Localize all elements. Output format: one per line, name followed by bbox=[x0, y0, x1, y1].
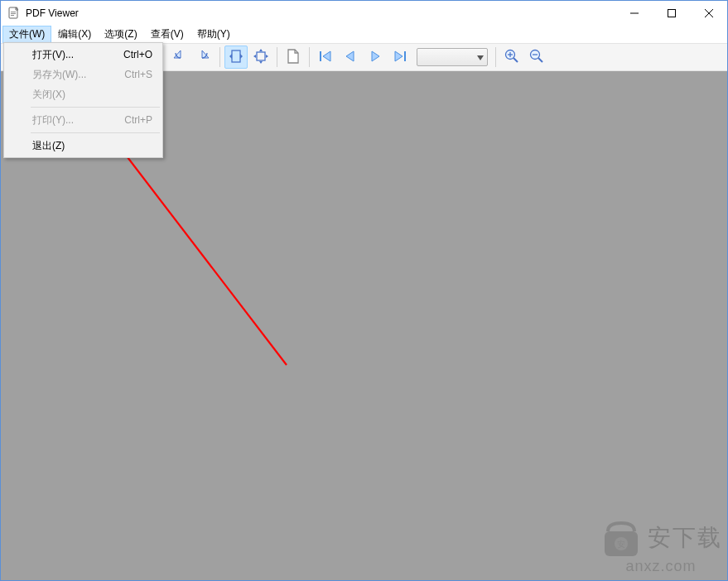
menu-open[interactable]: 打开(V)... Ctrl+O bbox=[6, 45, 161, 65]
titlebar: PDF Viewer bbox=[1, 1, 727, 26]
zoom-in-icon bbox=[504, 48, 520, 67]
next-page-button[interactable] bbox=[364, 46, 387, 69]
rotate-left-icon bbox=[171, 48, 187, 67]
svg-rect-2 bbox=[11, 13, 16, 14]
svg-rect-10 bbox=[320, 51, 321, 61]
window-controls bbox=[615, 1, 727, 26]
svg-text:安: 安 bbox=[617, 540, 625, 549]
menu-print[interactable]: 打印(Y)... Ctrl+P bbox=[6, 110, 161, 130]
menu-help[interactable]: 帮助(Y) bbox=[190, 26, 237, 43]
watermark-text-cn: 安下载 bbox=[648, 522, 722, 554]
svg-point-20 bbox=[615, 537, 628, 550]
single-page-button[interactable] bbox=[282, 46, 305, 69]
rotate-left-button[interactable] bbox=[167, 46, 190, 69]
bag-icon: 安 bbox=[600, 516, 643, 559]
first-page-button[interactable] bbox=[314, 46, 337, 69]
fit-page-icon bbox=[253, 48, 269, 67]
fit-width-icon bbox=[228, 48, 244, 67]
prev-page-button[interactable] bbox=[339, 46, 362, 69]
menu-option[interactable]: 选项(Z) bbox=[98, 26, 143, 43]
menu-file[interactable]: 文件(W) bbox=[2, 26, 51, 43]
page-number-combo[interactable] bbox=[417, 48, 488, 66]
file-menu-dropdown: 打开(V)... Ctrl+O 另存为(W)... Ctrl+S 关闭(X) 打… bbox=[3, 42, 163, 158]
menu-exit[interactable]: 退出(Z) bbox=[6, 136, 161, 156]
svg-rect-11 bbox=[404, 51, 406, 61]
last-page-button[interactable] bbox=[388, 46, 412, 69]
zoom-in-button[interactable] bbox=[500, 46, 523, 69]
menu-saveas[interactable]: 另存为(W)... Ctrl+S bbox=[6, 65, 161, 84]
zoom-out-icon bbox=[528, 48, 545, 67]
menu-edit[interactable]: 编辑(X) bbox=[51, 26, 98, 43]
menu-saveas-label: 另存为(W)... bbox=[32, 68, 86, 82]
menu-print-label: 打印(Y)... bbox=[32, 113, 74, 127]
minimize-button[interactable] bbox=[615, 1, 653, 25]
page-icon bbox=[286, 48, 301, 67]
menubar: 文件(W) 编辑(X) 选项(Z) 查看(V) 帮助(Y) bbox=[1, 26, 727, 43]
rotate-right-button[interactable] bbox=[192, 46, 215, 69]
next-page-icon bbox=[367, 48, 383, 67]
menu-separator bbox=[31, 107, 160, 108]
chevron-down-icon bbox=[477, 51, 484, 63]
fit-page-button[interactable] bbox=[249, 46, 272, 69]
app-icon bbox=[7, 7, 21, 20]
menu-open-label: 打开(V)... bbox=[32, 48, 74, 62]
last-page-icon bbox=[392, 48, 408, 67]
menu-close-doc[interactable]: 关闭(X) bbox=[6, 84, 161, 104]
svg-rect-19 bbox=[605, 531, 638, 556]
svg-rect-1 bbox=[11, 12, 16, 12]
menu-saveas-shortcut: Ctrl+S bbox=[124, 69, 152, 80]
svg-line-17 bbox=[538, 58, 542, 62]
menu-exit-label: 退出(Z) bbox=[32, 139, 65, 153]
menu-close-label: 关闭(X) bbox=[32, 88, 65, 102]
prev-page-icon bbox=[342, 48, 359, 67]
svg-rect-8 bbox=[232, 50, 240, 62]
window-title: PDF Viewer bbox=[26, 7, 79, 19]
fit-width-button[interactable] bbox=[224, 46, 248, 69]
svg-rect-3 bbox=[11, 15, 14, 16]
zoom-out-button[interactable] bbox=[525, 46, 548, 69]
watermark: 安 安下载 anxz.com bbox=[600, 516, 722, 575]
maximize-button[interactable] bbox=[653, 1, 690, 25]
svg-rect-5 bbox=[668, 9, 675, 17]
close-button[interactable] bbox=[690, 1, 727, 25]
svg-line-13 bbox=[513, 58, 518, 62]
svg-rect-9 bbox=[257, 52, 265, 60]
watermark-text-en: anxz.com bbox=[625, 558, 696, 575]
menu-print-shortcut: Ctrl+P bbox=[124, 114, 152, 126]
menu-view[interactable]: 查看(V) bbox=[144, 26, 190, 43]
menu-separator bbox=[31, 132, 160, 133]
menu-open-shortcut: Ctrl+O bbox=[123, 49, 152, 60]
first-page-icon bbox=[317, 48, 334, 67]
rotate-right-icon bbox=[195, 48, 212, 67]
